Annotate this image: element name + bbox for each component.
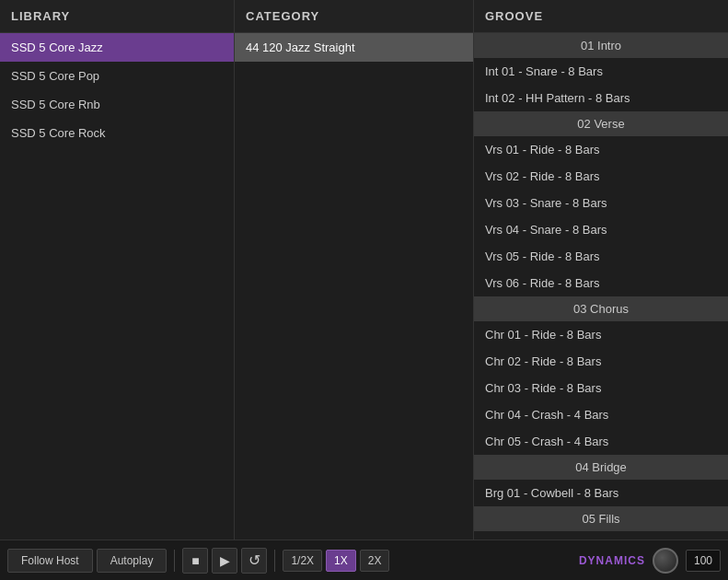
one-x-button[interactable]: 1X [326,550,356,572]
library-item[interactable]: SSD 5 Core Rnb [0,90,234,119]
groove-section-verse: 02 Verse [474,111,728,136]
groove-item[interactable]: Vrs 05 - Ride - 8 Bars [474,243,728,270]
toolbar-divider-2 [274,550,275,572]
groove-item[interactable]: Int 02 - HH Pattern - 8 Bars [474,85,728,111]
toolbar: Follow Host Autoplay ■ ▶ ↺ 1/2X 1X 2X DY… [0,539,728,580]
dynamics-label: DYNAMICS [579,554,645,567]
groove-item[interactable]: Int 01 - Snare - 8 Bars [474,58,728,85]
groove-column: 01 Intro Int 01 - Snare - 8 Bars Int 02 … [474,33,728,539]
groove-item[interactable]: Chr 02 - Ride - 8 Bars [474,348,728,375]
category-column: 44 120 Jazz Straight [235,33,474,539]
half-speed-button[interactable]: 1/2X [283,550,322,572]
groove-item[interactable]: Chr 05 - Crash - 4 Bars [474,428,728,455]
groove-item[interactable]: Vrs 06 - Ride - 8 Bars [474,270,728,296]
main-container: LIBRARY CATEGORY GROOVE SSD 5 Core Jazz … [0,0,728,580]
library-item[interactable]: SSD 5 Core Pop [0,62,234,90]
groove-section-chorus: 03 Chorus [474,296,728,321]
content-area: SSD 5 Core Jazz SSD 5 Core Pop SSD 5 Cor… [0,33,728,539]
groove-item[interactable]: Vrs 01 - Ride - 8 Bars [474,136,728,163]
groove-list: 01 Intro Int 01 - Snare - 8 Bars Int 02 … [474,33,728,539]
groove-section-intro: 01 Intro [474,33,728,58]
library-item[interactable]: SSD 5 Core Rock [0,119,234,147]
groove-item[interactable]: Vrs 02 - Ride - 8 Bars [474,163,728,190]
groove-item[interactable]: Brg 01 - Cowbell - 8 Bars [474,480,728,506]
toolbar-divider-1 [174,550,175,572]
groove-section-fills: 05 Fills [474,506,728,531]
library-header: LIBRARY [0,0,235,33]
stop-button[interactable]: ■ [182,548,208,574]
loop-button[interactable]: ↺ [241,548,267,574]
groove-header: GROOVE [474,0,728,33]
groove-item[interactable]: Chr 01 - Ride - 8 Bars [474,321,728,348]
autoplay-button[interactable]: Autoplay [97,549,168,573]
category-list: 44 120 Jazz Straight [235,33,473,539]
groove-item[interactable]: Chr 04 - Crash - 4 Bars [474,401,728,428]
category-header: CATEGORY [235,0,474,33]
dynamics-value: 100 [686,550,721,572]
groove-section-bridge: 04 Bridge [474,455,728,480]
groove-item[interactable]: Fill 01 - Toms - 1 Bar [474,531,728,539]
dynamics-knob[interactable] [653,548,678,574]
library-item[interactable]: SSD 5 Core Jazz [0,33,234,62]
column-headers: LIBRARY CATEGORY GROOVE [0,0,728,33]
groove-item[interactable]: Vrs 03 - Snare - 8 Bars [474,190,728,216]
library-list: SSD 5 Core Jazz SSD 5 Core Pop SSD 5 Cor… [0,33,234,539]
groove-item[interactable]: Vrs 04 - Snare - 8 Bars [474,216,728,243]
two-x-button[interactable]: 2X [360,550,390,572]
follow-host-button[interactable]: Follow Host [7,549,93,573]
category-item[interactable]: 44 120 Jazz Straight [235,33,473,62]
play-button[interactable]: ▶ [212,548,237,574]
library-column: SSD 5 Core Jazz SSD 5 Core Pop SSD 5 Cor… [0,33,235,539]
groove-item[interactable]: Chr 03 - Ride - 8 Bars [474,375,728,401]
